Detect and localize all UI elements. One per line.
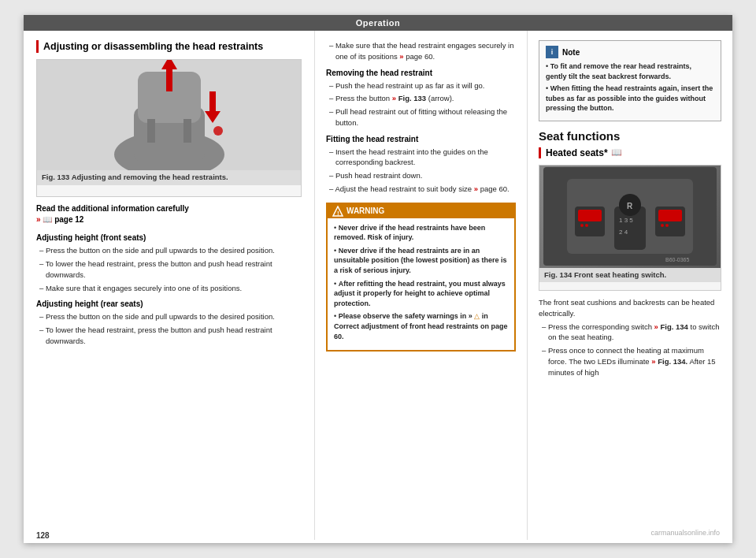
- warning-triangle-icon: !: [332, 206, 343, 217]
- warning-header: ! WARNING: [328, 204, 514, 218]
- figure-133-caption-bold: Fig. 133: [42, 173, 69, 181]
- svg-text:2  4: 2 4: [619, 229, 628, 236]
- note-icon: i: [546, 46, 558, 58]
- rear-item-2: To lower the head restraint, press the b…: [36, 325, 302, 347]
- read-info-icon: 📖: [43, 215, 52, 224]
- front-item-1: Press the button on the side and pull up…: [36, 245, 302, 256]
- svg-text:B60-0365: B60-0365: [665, 257, 689, 262]
- svg-rect-3: [147, 119, 155, 143]
- warning-item-1: • Never drive if the head restraints hav…: [334, 223, 508, 243]
- right-column: i Note • To fit and remove the rear head…: [528, 31, 732, 540]
- removing-item-1: Push the head restraint up as far as it …: [326, 80, 516, 91]
- fitting-item-2: Push head restraint down.: [326, 170, 516, 181]
- fitting-item-3: Adjust the head restraint to suit body s…: [326, 184, 516, 195]
- svg-text:1  3  5: 1 3 5: [619, 217, 633, 224]
- make-sure-item: Make sure that the head restraint engage…: [326, 40, 516, 62]
- header-bar: Operation: [24, 15, 732, 31]
- figure-134-caption-bold: Fig. 134: [544, 270, 572, 279]
- svg-text:R: R: [627, 202, 633, 210]
- note-text-1: • To fit and remove the rear head restra…: [546, 61, 714, 81]
- book-icon: 📖: [611, 147, 622, 158]
- svg-point-21: [580, 224, 584, 227]
- read-info-ref: page 12: [54, 215, 83, 224]
- figure-134-image: R 1 3 5 2 4: [539, 166, 721, 268]
- warning-label: WARNING: [346, 206, 384, 215]
- svg-point-22: [585, 224, 588, 227]
- content: Adjusting or disassembling the head rest…: [24, 31, 732, 540]
- svg-rect-19: [578, 210, 602, 221]
- svg-marker-6: [205, 91, 220, 123]
- page: Operation Adjusting or disassembling the…: [24, 15, 732, 543]
- figure-134-box: R 1 3 5 2 4: [539, 165, 721, 291]
- seat-functions-title: Seat functions: [539, 129, 721, 143]
- watermark: carmanualsonline.info: [650, 529, 720, 537]
- right-item-2: Press once to connect the heating at max…: [539, 345, 721, 378]
- read-info-arrow: »: [36, 215, 41, 224]
- figure-133-caption-text: Adjusting and removing the head restrain…: [69, 173, 228, 181]
- svg-text:B60-0364: B60-0364: [217, 169, 244, 170]
- head-restraint-svg: B60-0364: [91, 60, 248, 170]
- right-item-1: Press the corresponding switch » Fig. 13…: [539, 322, 721, 344]
- adjusting-rear-heading: Adjusting height (rear seats): [36, 299, 302, 308]
- figure-133-caption: Fig. 133 Adjusting and removing the head…: [37, 170, 301, 184]
- figure-133-image: B60-0364: [37, 60, 301, 170]
- heated-seats-label: Heated seats*: [546, 147, 608, 158]
- warning-item-4: • Please observe the safety warnings in …: [334, 311, 508, 341]
- removing-item-3: Pull head restraint out of fitting witho…: [326, 106, 516, 128]
- rear-item-1: Press the button on the side and pull up…: [36, 311, 302, 322]
- note-box: i Note • To fit and remove the rear head…: [539, 40, 721, 121]
- fitting-item-1: Insert the head restraint into the guide…: [326, 147, 516, 169]
- note-label: Note: [562, 48, 580, 57]
- read-info-text: Read the additional information carefull…: [36, 204, 189, 213]
- removing-item-2: Press the button » Fig. 133 (arrow).: [326, 93, 516, 104]
- front-item-3: Make sure that it engages securely into …: [36, 283, 302, 294]
- heated-seats-title: Heated seats* 📖: [539, 147, 721, 158]
- figure-133-box: B60-0364 Fig. 133 Adjusting and removing…: [36, 59, 302, 197]
- svg-text:!: !: [337, 209, 339, 216]
- note-header: i Note: [546, 46, 714, 58]
- svg-point-27: [665, 224, 669, 227]
- header-title: Operation: [356, 18, 400, 28]
- seat-heat-svg: R 1 3 5 2 4: [543, 167, 717, 266]
- fitting-heading: Fitting the head restraint: [326, 135, 516, 143]
- svg-rect-24: [658, 210, 682, 221]
- figure-134-caption-text: Front seat heating switch.: [572, 270, 666, 279]
- svg-point-7: [213, 126, 223, 136]
- figure-134-caption: Fig. 134 Front seat heating switch.: [539, 268, 721, 282]
- page-number: 128: [36, 531, 50, 540]
- adjusting-front-heading: Adjusting height (front seats): [36, 233, 302, 242]
- removing-heading: Removing the head restraint: [326, 69, 516, 77]
- note-text-2: • When fitting the head restraints again…: [546, 84, 714, 113]
- left-column: Adjusting or disassembling the head rest…: [24, 31, 315, 540]
- front-item-2: To lower the head restraint, press the b…: [36, 259, 302, 281]
- warning-item-3: • After refitting the head restraint, yo…: [334, 279, 508, 309]
- warning-box: ! WARNING • Never drive if the head rest…: [326, 203, 516, 352]
- svg-point-26: [661, 224, 664, 227]
- read-info: Read the additional information carefull…: [36, 203, 302, 225]
- warning-item-2: • Never drive if the head restraints are…: [334, 246, 508, 276]
- svg-rect-4: [183, 119, 191, 143]
- right-body-text-1: The front seat cushions and backrests ca…: [539, 297, 721, 319]
- middle-column: Make sure that the head restraint engage…: [315, 31, 528, 540]
- left-section-title: Adjusting or disassembling the head rest…: [36, 40, 302, 53]
